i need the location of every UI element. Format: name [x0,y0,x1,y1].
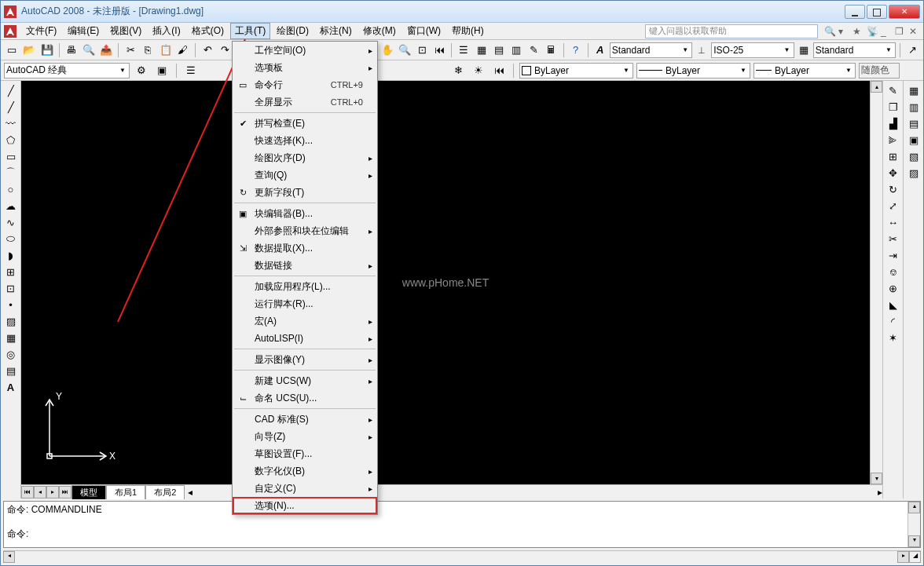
scroll-right-button[interactable]: ▸ [897,551,909,563]
circle-tool[interactable]: ○ [2,181,20,197]
ellipse-arc-tool[interactable]: ◗ [2,247,20,263]
multileader-icon[interactable]: ↗ [904,42,920,59]
menu-query[interactable]: 查询(Q) [233,166,377,184]
menu-tools[interactable]: 工具(T) [230,23,270,39]
menu-newucs[interactable]: 新建 UCS(W) [233,372,377,389]
menu-options[interactable]: 选项(N)... [233,497,377,514]
redo-button[interactable]: ↷ [217,42,233,59]
menu-updatefield[interactable]: ↻更新字段(T) [233,184,377,201]
open-button[interactable]: 📂 [21,42,37,59]
minimize-button[interactable] [845,5,865,19]
mirror-tool[interactable]: ▟ [885,115,902,131]
move-tool[interactable]: ✥ [885,165,902,181]
hatch-tool[interactable]: ▨ [2,313,20,329]
menu-workspace[interactable]: 工作空间(O) [233,42,377,59]
design-center-button[interactable]: ▦ [473,42,489,59]
star-icon[interactable]: ★ [852,26,864,37]
ref-3-icon[interactable]: ▤ [905,115,922,131]
app-menu-icon[interactable] [4,25,16,38]
color-combo[interactable]: ByLayer▼ [519,63,633,79]
make-block-tool[interactable]: ⊡ [2,280,20,296]
stretch-tool[interactable]: ↔ [885,214,902,230]
paste-button[interactable]: 📋 [158,42,174,59]
scroll-track[interactable] [871,93,882,473]
tab-first-button[interactable]: ⏮ [21,486,34,498]
menu-file[interactable]: 文件(F) [21,23,61,39]
menu-autolisp[interactable]: AutoLISP(I) [233,330,377,347]
revcloud-tool[interactable]: ☁ [2,198,20,214]
doc-close-button[interactable]: ✕ [909,26,920,37]
lineweight-combo[interactable]: ByLayer▼ [754,63,856,79]
spline-tool[interactable]: ∿ [2,214,20,230]
offset-tool[interactable]: ⫸ [885,132,902,148]
save-button[interactable]: 💾 [38,42,54,59]
menu-loadapp[interactable]: 加载应用程序(L)... [233,278,377,295]
array-tool[interactable]: ⊞ [885,148,902,164]
zoom-button[interactable]: 🔍 [397,42,412,59]
tab-layout1[interactable]: 布局1 [106,485,145,499]
menu-quickselect[interactable]: 快速选择(K)... [233,132,377,149]
layer-props-button[interactable]: ☰ [182,62,200,79]
menu-window[interactable]: 窗口(W) [402,23,446,39]
text-style-icon[interactable]: A [592,42,608,59]
pan-button[interactable]: ✋ [379,42,394,59]
close-button[interactable]: ✕ [889,5,920,19]
scroll-left-button[interactable]: ◂ [3,551,15,563]
markup-button[interactable]: ✎ [526,42,541,59]
copy-button[interactable]: ⎘ [140,42,156,59]
workspace-lock-icon[interactable]: ▣ [153,62,170,79]
menu-nameucs[interactable]: ⌙命名 UCS(U)... [233,389,377,407]
line-tool[interactable]: ╱ [2,82,20,98]
scroll-left-button[interactable]: ◂ [188,487,192,498]
tab-model[interactable]: 模型 [72,485,106,499]
scroll-down-button[interactable]: ▾ [908,535,920,547]
tab-layout2[interactable]: 布局2 [145,485,185,499]
doc-restore-button[interactable]: ❐ [895,26,906,37]
help-button[interactable]: ? [567,42,583,59]
menu-tablet[interactable]: 数字化仪(B) [233,462,377,480]
arc-tool[interactable]: ⌒ [2,165,20,181]
command-scrollbar-v[interactable]: ▴ ▾ [908,502,920,547]
menu-commandline[interactable]: ▭命令行CTRL+9 [233,76,377,93]
menu-fullscreen[interactable]: 全屏显示CTRL+0 [233,93,377,111]
plotstyle-combo[interactable]: 随颜色 [859,63,900,79]
polygon-tool[interactable]: ⬠ [2,132,20,148]
copy-tool[interactable]: ❐ [885,99,902,115]
menu-dimension[interactable]: 标注(N) [315,23,357,39]
menu-runscript[interactable]: 运行脚本(R)... [233,295,377,312]
tab-prev-button[interactable]: ◂ [34,486,46,498]
sheet-button[interactable]: ▥ [508,42,524,59]
maximize-button[interactable] [867,5,887,19]
layer-states-icon[interactable]: ☀ [470,62,487,79]
plot-button[interactable]: 🖶 [64,42,79,59]
tab-next-button[interactable]: ▸ [46,486,59,498]
menu-macro[interactable]: 宏(A) [233,312,377,330]
menu-format[interactable]: 格式(O) [187,23,229,39]
properties-button[interactable]: ☰ [456,42,471,59]
dropdown-icon[interactable]: ▾ [838,26,849,37]
menu-showimage[interactable]: 显示图像(Y) [233,351,377,368]
menu-wizard[interactable]: 向导(Z) [233,428,377,445]
search-icon[interactable]: 🔍 [824,26,835,37]
command-scrollbar-h[interactable]: ◂ ▸ ◢ [3,550,921,563]
tab-last-button[interactable]: ⏭ [59,486,72,498]
zoom-window-button[interactable]: ⊡ [414,42,430,59]
menu-modify[interactable]: 修改(M) [358,23,401,39]
command-text[interactable]: 命令: COMMANDLINE 命令: [4,502,908,547]
pline-tool[interactable]: 〰 [2,115,20,131]
workspace-settings-icon[interactable]: ⚙ [133,62,150,79]
rectangle-tool[interactable]: ▭ [2,148,20,164]
menu-xrefedit[interactable]: 外部参照和块在位编辑 [233,222,377,239]
publish-button[interactable]: 📤 [98,42,114,59]
tool-palette-button[interactable]: ▤ [491,42,507,59]
point-tool[interactable]: • [2,297,20,312]
menu-insert[interactable]: 插入(I) [148,23,185,39]
menu-customize[interactable]: 自定义(C) [233,480,377,497]
scroll-up-button[interactable]: ▴ [871,81,882,93]
table-style-icon[interactable]: ▦ [796,42,812,59]
canvas-scrollbar-v[interactable]: ▴ ▾ [870,81,882,484]
menu-edit[interactable]: 编辑(E) [63,23,104,39]
dim-style-combo[interactable]: ISO-25▼ [711,42,794,58]
join-tool[interactable]: ⊕ [885,280,902,296]
layer-prev-icon[interactable]: ⏮ [490,62,508,79]
